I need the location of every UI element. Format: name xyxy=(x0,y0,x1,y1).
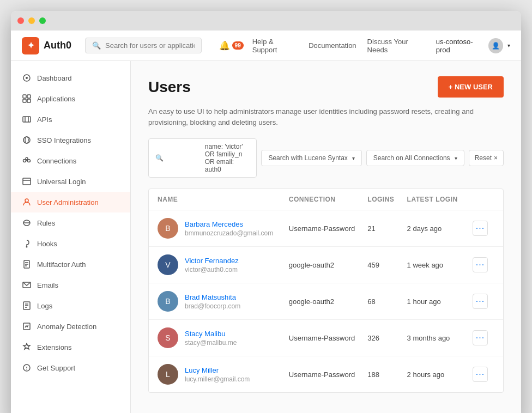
user-name[interactable]: Brad Matsushita xyxy=(185,293,240,301)
user-avatar: B xyxy=(158,291,178,312)
reset-button[interactable]: Reset × xyxy=(469,150,504,166)
user-details: Barbara Mercedes bmmunozcruzado@gmail.co… xyxy=(185,220,273,237)
documentation-link[interactable]: Documentation xyxy=(309,41,356,50)
row-menu-button[interactable]: ··· xyxy=(473,221,488,236)
logins-cell: 188 xyxy=(367,371,407,379)
latest-login-cell: 3 months ago xyxy=(407,334,473,342)
lucene-syntax-button[interactable]: Search with Lucene Syntax ▾ xyxy=(261,150,361,166)
sidebar-item-label: APIs xyxy=(37,116,52,124)
table-row[interactable]: L Lucy Miller lucy.miller@gmail.com User… xyxy=(149,356,503,392)
sidebar-item-mfa[interactable]: Multifactor Auth xyxy=(11,254,130,275)
topbar: ✦ Auth0 🔍 🔔 99 Help & Support Documentat… xyxy=(11,31,521,61)
chevron-down-icon: ▾ xyxy=(455,155,457,161)
logo-icon: ✦ xyxy=(22,37,39,54)
table-row[interactable]: V Victor Fernandez victor@auth0.com goog… xyxy=(149,247,503,283)
sidebar-item-logs[interactable]: Logs xyxy=(11,295,130,316)
close-button[interactable] xyxy=(17,17,24,24)
svg-point-1 xyxy=(26,77,28,79)
sidebar-item-label: SSO Integrations xyxy=(37,136,91,144)
sidebar-item-dashboard[interactable]: Dashboard xyxy=(11,68,130,88)
global-search-bar[interactable]: 🔍 xyxy=(85,38,202,53)
chevron-down-icon: ▾ xyxy=(352,155,355,161)
sidebar-item-label: Logs xyxy=(37,302,52,310)
notification-button[interactable]: 🔔 99 xyxy=(219,40,244,51)
universal-login-icon xyxy=(22,177,32,186)
lucene-syntax-label: Search with Lucene Syntax xyxy=(268,154,347,162)
notification-badge: 99 xyxy=(232,41,244,50)
svg-rect-2 xyxy=(23,95,26,98)
connections-filter-label: Search on All Connections xyxy=(373,154,450,162)
mfa-icon xyxy=(22,259,32,269)
row-menu-button[interactable]: ··· xyxy=(473,330,488,345)
sidebar-item-user-administration[interactable]: User Administration xyxy=(11,192,130,212)
page-header: Users + NEW USER xyxy=(148,76,504,98)
sidebar-item-universal-login[interactable]: Universal Login xyxy=(11,171,130,192)
user-email: lucy.miller@gmail.com xyxy=(185,375,250,383)
discuss-needs-link[interactable]: Discuss Your Needs xyxy=(367,38,427,54)
logins-cell: 459 xyxy=(367,261,407,269)
svg-rect-3 xyxy=(27,95,31,98)
maximize-button[interactable] xyxy=(39,17,46,24)
col-name: Name xyxy=(158,196,289,203)
logs-icon xyxy=(22,301,32,311)
connection-cell: google-oauth2 xyxy=(289,297,368,306)
connection-cell: google-oauth2 xyxy=(289,261,368,269)
chevron-down-icon: ▾ xyxy=(507,42,510,48)
col-latest-login: Latest Login xyxy=(407,196,473,203)
sidebar-item-label: Get Support xyxy=(37,364,75,372)
sidebar-item-sso[interactable]: SSO Integrations xyxy=(11,130,130,150)
sidebar-item-applications[interactable]: Applications xyxy=(11,88,130,109)
svg-point-14 xyxy=(26,157,28,160)
sso-icon xyxy=(22,135,32,145)
sidebar-item-label: Rules xyxy=(37,219,55,227)
table-row[interactable]: B Barbara Mercedes bmmunozcruzado@gmail.… xyxy=(149,210,503,247)
anomaly-icon xyxy=(22,321,32,331)
user-name[interactable]: Stacy Malibu xyxy=(185,330,237,338)
logins-cell: 326 xyxy=(367,334,407,342)
sidebar-item-anomaly[interactable]: Anomaly Detection xyxy=(11,316,130,337)
sidebar-item-connections[interactable]: Connections xyxy=(11,150,130,171)
latest-login-cell: 2 days ago xyxy=(407,224,473,233)
sidebar-item-extensions[interactable]: Extensions xyxy=(11,337,130,357)
help-support-link[interactable]: Help & Support xyxy=(252,38,298,54)
sidebar-item-rules[interactable]: Rules xyxy=(11,212,130,233)
user-name[interactable]: Lucy Miller xyxy=(185,366,250,374)
bell-icon: 🔔 xyxy=(219,40,230,51)
svg-point-12 xyxy=(28,160,31,162)
svg-rect-4 xyxy=(23,99,26,102)
user-name[interactable]: Victor Fernandez xyxy=(185,257,239,265)
connections-filter-button[interactable]: Search on All Connections ▾ xyxy=(366,150,464,166)
table-header: Name Connection Logins Latest Login xyxy=(149,189,503,210)
connections-icon xyxy=(22,156,32,166)
row-menu-button[interactable]: ··· xyxy=(473,257,488,272)
col-connection: Connection xyxy=(289,196,368,203)
sidebar-item-apis[interactable]: APIs xyxy=(11,109,130,130)
user-name[interactable]: Barbara Mercedes xyxy=(185,220,273,228)
user-email: bmmunozcruzado@gmail.com xyxy=(185,229,273,237)
user-menu[interactable]: us-contoso-prod 👤 ▾ xyxy=(436,38,510,54)
global-search-input[interactable] xyxy=(105,41,195,50)
user-info: B Brad Matsushita brad@foocorp.com xyxy=(158,291,289,312)
sidebar-item-hooks[interactable]: Hooks xyxy=(11,233,130,254)
hooks-icon xyxy=(22,239,32,248)
sidebar-item-emails[interactable]: Emails xyxy=(11,275,130,295)
minimize-button[interactable] xyxy=(28,17,35,24)
app-window: ✦ Auth0 🔍 🔔 99 Help & Support Documentat… xyxy=(11,11,521,413)
row-menu-button[interactable]: ··· xyxy=(473,294,488,309)
user-org-label: us-contoso-prod xyxy=(436,38,485,54)
row-menu-button[interactable]: ··· xyxy=(473,367,488,382)
search-query-box[interactable]: 🔍 name: 'victor' OR familiy_n OR email: … xyxy=(148,138,257,178)
sidebar-item-support[interactable]: Get Support xyxy=(11,357,130,378)
search-icon: 🔍 xyxy=(92,41,101,50)
table-row[interactable]: S Stacy Malibu stacy@malibu.me Username-… xyxy=(149,320,503,356)
user-avatar: B xyxy=(158,218,178,239)
table-row[interactable]: B Brad Matsushita brad@foocorp.com googl… xyxy=(149,283,503,320)
user-avatar: S xyxy=(158,327,178,348)
sidebar-item-label: Applications xyxy=(37,95,75,103)
svg-point-9 xyxy=(23,137,30,143)
dashboard-icon xyxy=(22,73,32,83)
sidebar-item-label: Anomaly Detection xyxy=(37,323,96,331)
logins-cell: 68 xyxy=(367,297,407,306)
page-description: An easy to use UI to help administrators… xyxy=(148,106,504,127)
new-user-button[interactable]: + NEW USER xyxy=(438,76,504,98)
